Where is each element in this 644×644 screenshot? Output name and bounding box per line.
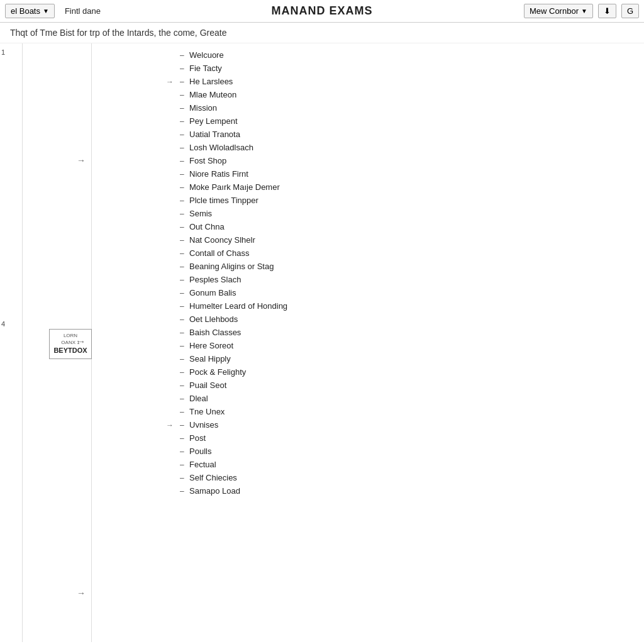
- list-item-label: Baish Classes: [189, 328, 241, 337]
- sidebar-number-4: 4: [1, 320, 5, 328]
- list-item: →He Larslees: [92, 75, 644, 88]
- list-item-label: Post: [189, 433, 206, 443]
- list-item-label: Seal Hipply: [189, 354, 231, 364]
- list-item: →Uvnises: [92, 418, 644, 431]
- list-item-label: Fectual: [189, 460, 216, 469]
- list-item: Fectual: [92, 458, 644, 471]
- list-item-label: Fost Shop: [189, 156, 226, 165]
- g-button[interactable]: G: [621, 4, 639, 18]
- list-item: Baish Classes: [92, 326, 644, 339]
- list-item: Mlae Muteon: [92, 88, 644, 101]
- list-item-label: Self Chiecies: [189, 473, 237, 482]
- list-item: Plcle times Tinpper: [92, 194, 644, 207]
- list-item: Semis: [92, 207, 644, 220]
- list-item: Pesples Slach: [92, 273, 644, 286]
- list-item-label: Pey Lempent: [189, 116, 238, 126]
- list-item-label: Pock & Felighty: [189, 367, 246, 377]
- list-item: Here Soreot: [92, 339, 644, 352]
- list-item-label: Humelter Leard of Honding: [189, 301, 287, 311]
- list-item-label: Tne Unex: [189, 407, 225, 416]
- list-item-label: Uatial Tranota: [189, 130, 240, 139]
- header: el Boats ▼ Fintl dane MANAND EXAMS Mew C…: [0, 0, 644, 23]
- list-item: Post: [92, 431, 644, 445]
- list-item: Beaning Aligins or Stag: [92, 260, 644, 273]
- list-item-label: Nat Cooncy Slhelr: [189, 235, 255, 245]
- list-item: Niore Ratis Firnt: [92, 167, 644, 180]
- list-item-label: Mlae Muteon: [189, 90, 236, 99]
- download-icon: ⬇: [604, 6, 611, 16]
- list-item-label: Pesples Slach: [189, 275, 241, 284]
- left-sidebar: 1 4 3: [0, 43, 23, 642]
- el-boats-dropdown[interactable]: el Boats ▼: [5, 4, 55, 18]
- list-item-label: Semis: [189, 209, 212, 218]
- el-boats-label: el Boats: [11, 6, 40, 16]
- list-item: Tne Unex: [92, 405, 644, 418]
- mew-cornbor-dropdown[interactable]: Mew Cornbor ▼: [524, 4, 593, 18]
- list-item: Mission: [92, 101, 644, 114]
- list-item: Gonum Balis: [92, 286, 644, 299]
- list-item: Humelter Leard of Honding: [92, 299, 644, 313]
- list-item-label: Welcuore: [189, 50, 224, 60]
- list-item: Fie Tacty: [92, 62, 644, 75]
- list-item-label: Contall of Chass: [189, 248, 249, 258]
- sidebar-box-mid-label: BEYTDOX: [53, 346, 88, 355]
- list-item-label: Gonum Balis: [189, 288, 236, 297]
- chevron-down-icon-right: ▼: [581, 8, 587, 14]
- expand-arrow-icon[interactable]: →: [166, 421, 174, 430]
- list-item-label: He Larslees: [189, 77, 233, 86]
- list-item-label: Samapo Load: [189, 486, 240, 496]
- arrow-right-2: →: [77, 336, 86, 347]
- fintl-dane-label: Fintl dane: [65, 6, 101, 16]
- tree-list: WelcuoreFie Tacty→He LarsleesMlae Muteon…: [92, 48, 644, 497]
- sub-header: Thqt of Tme Bist for trp of the Intards,…: [0, 23, 644, 43]
- arrow-right-3: →: [77, 588, 86, 598]
- list-item-label: Mission: [189, 103, 217, 113]
- list-item-label: Puail Seot: [189, 380, 226, 390]
- list-item: Poulls: [92, 445, 644, 458]
- list-item: Contall of Chass: [92, 247, 644, 260]
- list-item: Pock & Felighty: [92, 365, 644, 379]
- main-layout: 1 4 3 LORNOANX 1 BEYTDOX → → → WelcuoreF…: [0, 43, 644, 642]
- g-icon: G: [627, 6, 633, 16]
- list-item: Uatial Tranota: [92, 128, 644, 141]
- page-title: MANAND EXAMS: [271, 4, 372, 18]
- list-item: Pey Lempent: [92, 114, 644, 128]
- chevron-down-icon: ▼: [43, 8, 49, 14]
- list-item-label: Poulls: [189, 447, 211, 456]
- list-item: Losh Wloladlsach: [92, 141, 644, 154]
- list-item: Nat Cooncy Slhelr: [92, 233, 644, 247]
- list-item-label: Fie Tacty: [189, 64, 222, 73]
- content-area: WelcuoreFie Tacty→He LarsleesMlae Muteon…: [92, 43, 644, 642]
- list-item-label: Moke Paırk Maıje Demer: [189, 182, 280, 192]
- list-item-label: Niore Ratis Firnt: [189, 169, 248, 179]
- arrow-right-1: →: [77, 155, 86, 165]
- list-item-label: Dleal: [189, 394, 208, 403]
- download-button[interactable]: ⬇: [598, 4, 616, 18]
- list-item: Seal Hipply: [92, 352, 644, 365]
- list-item: Out Chna: [92, 220, 644, 233]
- list-item-label: Plcle times Tinpper: [189, 196, 258, 205]
- list-item-label: Uvnises: [189, 420, 218, 430]
- header-left: el Boats ▼ Fintl dane: [5, 4, 101, 18]
- list-item-label: Beaning Aligins or Stag: [189, 262, 274, 271]
- list-item: Oet Llehbods: [92, 313, 644, 326]
- list-item-label: Oet Llehbods: [189, 314, 238, 324]
- sub-header-text: Thqt of Tme Bist for trp of the Intards,…: [10, 28, 226, 38]
- list-item: Dleal: [92, 392, 644, 405]
- list-item: Fost Shop: [92, 154, 644, 167]
- list-item: Welcuore: [92, 48, 644, 62]
- list-item: Puail Seot: [92, 379, 644, 392]
- header-right: Mew Cornbor ▼ ⬇ G: [524, 4, 639, 18]
- list-item-label: Losh Wloladlsach: [189, 143, 253, 152]
- list-item: Moke Paırk Maıje Demer: [92, 180, 644, 194]
- list-item-label: Here Soreot: [189, 341, 233, 350]
- sidebar-number-1: 1: [1, 48, 5, 56]
- list-item: Samapo Load: [92, 484, 644, 497]
- expand-arrow-icon[interactable]: →: [166, 77, 174, 86]
- list-item-label: Out Chna: [189, 222, 225, 231]
- list-item: Self Chiecies: [92, 471, 644, 484]
- mew-cornbor-label: Mew Cornbor: [530, 6, 579, 16]
